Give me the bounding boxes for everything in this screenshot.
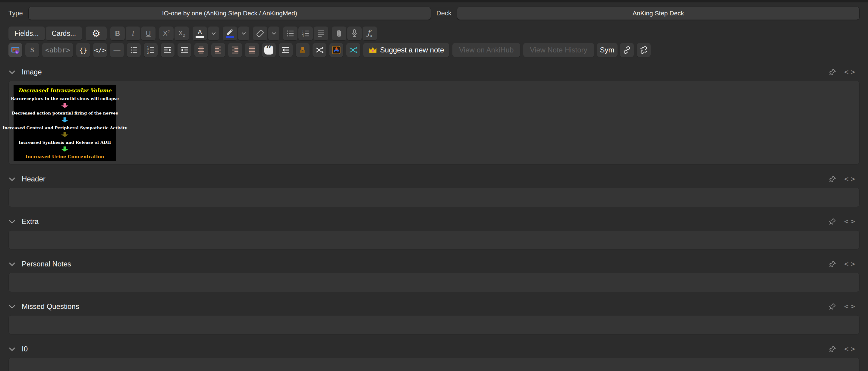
align-center-button[interactable] (194, 43, 208, 57)
field-section-header: Header <> (0, 173, 868, 207)
highlight-color-dropdown[interactable] (238, 27, 249, 40)
mathjax-button[interactable]: ƒx (363, 27, 377, 40)
insert-link-button[interactable] (620, 43, 634, 57)
html-editor-toggle-icon[interactable]: <> (844, 175, 857, 183)
symbols-button[interactable]: Sym (597, 43, 618, 57)
html-editor-toggle-icon[interactable]: <> (844, 302, 857, 311)
cards-button[interactable]: Cards... (46, 27, 82, 40)
subscript-button[interactable]: X2 (175, 27, 189, 40)
text-color-button[interactable]: A (193, 27, 207, 40)
pin-icon[interactable] (829, 218, 836, 225)
bullet-list-icon (130, 46, 138, 54)
shuffle-button[interactable] (313, 43, 327, 57)
abbr-button[interactable]: <abbr> (42, 43, 73, 57)
collapse-chevron-icon[interactable] (8, 70, 16, 74)
align-right-button[interactable] (228, 43, 242, 57)
unordered-list-button-2[interactable] (127, 43, 141, 57)
ankihub-fox-button[interactable] (330, 43, 343, 57)
pin-icon[interactable] (829, 260, 836, 268)
horizontal-rule-button[interactable]: — (110, 43, 124, 57)
strikethrough-button[interactable]: S (25, 43, 39, 57)
flowchart-step: Decreased action potential firing of the… (12, 111, 118, 116)
indent-button[interactable] (161, 43, 175, 57)
justify-button[interactable] (245, 43, 259, 57)
quote-button[interactable]: “ (262, 43, 276, 57)
field-label: Personal Notes (22, 260, 71, 268)
type-label: Type (8, 9, 23, 17)
pin-icon[interactable] (829, 175, 836, 183)
indent-options-button[interactable] (314, 27, 328, 40)
html-editor-toggle-icon[interactable]: <> (844, 68, 857, 76)
down-arrow-green (61, 147, 68, 152)
highlight-color-swatch (226, 36, 234, 38)
pin-icon[interactable] (829, 345, 836, 353)
field-editor-i0[interactable] (8, 358, 860, 371)
collapse-chevron-icon[interactable] (8, 262, 16, 267)
primary-toolbar: Fields... Cards... ⚙ B I U X2 X2 A (0, 27, 868, 40)
svg-text:3: 3 (302, 35, 304, 37)
collapse-chevron-icon[interactable] (8, 177, 16, 181)
field-section-i0: I0 <> (0, 343, 868, 371)
collapse-chevron-icon[interactable] (8, 219, 16, 224)
package-button[interactable] (296, 43, 310, 57)
field-editor-missed-questions[interactable] (8, 315, 860, 335)
notetype-selector[interactable]: IO-one by one (AnKing Step Deck / AnKing… (28, 7, 431, 20)
shuffle-icon (315, 47, 324, 54)
field-editor-image[interactable]: Decreased Intravascular Volume Barorecep… (8, 81, 860, 164)
shuffle-cyan-icon (349, 47, 358, 54)
html-editor-toggle-icon[interactable]: <> (844, 217, 857, 226)
attach-file-button[interactable] (332, 27, 346, 40)
image-occlusion-icon (11, 45, 20, 55)
cloze-braces-button[interactable]: {} (76, 43, 90, 57)
math-function-icon: ƒx (367, 29, 372, 38)
pin-icon[interactable] (829, 303, 836, 310)
ordered-list-button-2[interactable]: 1 2 3 (144, 43, 158, 57)
window-top-strip (0, 0, 868, 2)
field-section-personal-notes: Personal Notes <> (0, 258, 868, 292)
field-editor-header[interactable] (8, 188, 860, 207)
field-label: Extra (22, 217, 38, 226)
suggest-new-note-button[interactable]: Suggest a new note (363, 43, 450, 57)
notetype-settings-button[interactable]: ⚙ (86, 27, 107, 40)
package-icon (299, 46, 307, 54)
flowchart-title: Decreased Intravascular Volume (18, 87, 111, 93)
flowchart-final: Increased Urine Concentration (26, 154, 104, 159)
ordered-list-button[interactable]: 1 2 3 (299, 27, 313, 40)
shuffle-cyan-button[interactable] (346, 43, 360, 57)
unordered-list-button[interactable] (283, 27, 298, 40)
remove-formatting-button[interactable] (253, 27, 267, 40)
remove-link-button[interactable] (637, 43, 651, 57)
image-occlusion-button[interactable] (8, 43, 22, 57)
chevron-down-icon (241, 32, 246, 35)
collapse-chevron-icon[interactable] (8, 304, 16, 309)
html-code-button[interactable]: </> (93, 43, 107, 57)
fields-button[interactable]: Fields... (8, 27, 45, 40)
collapse-chevron-icon[interactable] (8, 347, 16, 351)
field-editor-extra[interactable] (8, 230, 860, 250)
record-audio-button[interactable] (347, 27, 362, 40)
down-arrow-pink (61, 103, 68, 108)
down-arrow-olive (61, 132, 68, 137)
underline-button[interactable]: U (141, 27, 156, 40)
align-left-tan-icon (214, 46, 222, 54)
pin-icon[interactable] (829, 68, 836, 76)
highlight-color-button[interactable] (223, 27, 237, 40)
bold-button[interactable]: B (110, 27, 125, 40)
note-image[interactable]: Decreased Intravascular Volume Barorecep… (13, 85, 116, 161)
align-left-button[interactable] (211, 43, 225, 57)
remove-formatting-dropdown[interactable] (268, 27, 279, 40)
field-editor-personal-notes[interactable] (8, 273, 860, 292)
superscript-button[interactable]: X2 (159, 27, 174, 40)
italic-button[interactable]: I (126, 27, 140, 40)
outdent-button[interactable] (178, 43, 191, 57)
html-editor-toggle-icon[interactable]: <> (844, 260, 857, 268)
chevron-down-icon (272, 32, 276, 35)
text-color-dropdown[interactable] (208, 27, 219, 40)
html-editor-toggle-icon[interactable]: <> (844, 345, 857, 353)
unlink-icon (640, 46, 648, 54)
eraser-icon (256, 29, 264, 38)
bullet-list-icon (286, 30, 294, 37)
blockquote-button[interactable] (279, 43, 293, 57)
deck-selector[interactable]: AnKing Step Deck (457, 7, 860, 20)
field-label: Missed Questions (22, 302, 79, 311)
